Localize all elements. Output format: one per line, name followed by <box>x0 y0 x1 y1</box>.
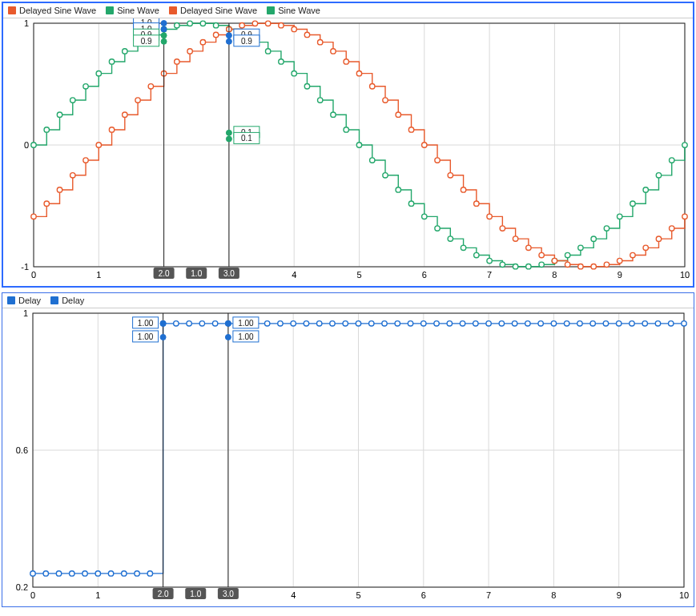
svg-text:0.9: 0.9 <box>241 37 252 46</box>
svg-point-31 <box>57 112 62 117</box>
svg-point-156 <box>226 38 231 44</box>
svg-text:9: 9 <box>617 590 622 600</box>
svg-point-194 <box>56 571 61 576</box>
svg-point-35 <box>109 59 114 64</box>
legend-item: Sine Wave <box>106 6 159 15</box>
svg-text:-1: -1 <box>21 262 29 272</box>
svg-point-87 <box>123 112 127 117</box>
svg-point-76 <box>643 187 648 192</box>
svg-point-118 <box>526 245 531 250</box>
legend: Delayed Sine Wave Sine Wave Delayed Sine… <box>3 3 693 18</box>
svg-text:0.1: 0.1 <box>241 134 252 143</box>
plot-axes[interactable]: 012345678910-1012.01.01.01.00.90.93.00.9… <box>3 18 693 286</box>
svg-point-141 <box>161 26 167 32</box>
plot-axes[interactable]: 0123456789100.20.612.01.01.001.003.01.00… <box>2 308 694 606</box>
svg-point-153 <box>226 33 231 38</box>
svg-point-101 <box>304 32 309 37</box>
svg-point-112 <box>448 173 453 178</box>
svg-point-162 <box>226 136 231 142</box>
svg-point-232 <box>551 321 556 326</box>
svg-text:2.0: 2.0 <box>158 590 169 598</box>
svg-text:1: 1 <box>95 590 100 600</box>
svg-text:8: 8 <box>551 590 556 600</box>
svg-point-144 <box>161 33 167 38</box>
svg-point-58 <box>408 201 413 206</box>
svg-point-88 <box>135 98 140 103</box>
legend-label: Sine Wave <box>117 6 159 15</box>
svg-point-92 <box>187 49 192 54</box>
svg-point-79 <box>682 143 687 147</box>
svg-text:7: 7 <box>486 590 491 600</box>
svg-text:1.00: 1.00 <box>138 332 154 341</box>
svg-point-241 <box>669 321 674 326</box>
svg-point-205 <box>199 321 204 326</box>
svg-point-236 <box>603 321 608 326</box>
svg-point-126 <box>630 252 635 257</box>
svg-point-211 <box>278 321 283 326</box>
svg-point-212 <box>291 321 296 326</box>
legend-label: Delayed Sine Wave <box>19 6 96 15</box>
svg-point-81 <box>44 201 49 206</box>
svg-point-123 <box>591 264 596 269</box>
svg-point-34 <box>96 70 101 75</box>
svg-point-130 <box>682 214 687 219</box>
svg-point-218 <box>369 321 374 326</box>
swatch-icon <box>50 296 58 304</box>
svg-point-53 <box>344 127 348 132</box>
svg-text:0.9: 0.9 <box>141 37 152 46</box>
svg-point-238 <box>630 321 634 326</box>
svg-point-206 <box>212 321 217 326</box>
svg-point-138 <box>161 21 167 26</box>
svg-point-114 <box>474 201 479 206</box>
svg-point-47 <box>265 49 270 54</box>
svg-point-259 <box>225 320 231 326</box>
svg-point-57 <box>396 187 400 192</box>
svg-point-235 <box>590 321 595 326</box>
svg-point-200 <box>135 571 139 576</box>
svg-text:0: 0 <box>31 270 36 280</box>
swatch-icon <box>169 6 177 14</box>
svg-point-42 <box>200 21 205 26</box>
svg-point-102 <box>318 39 323 44</box>
svg-point-111 <box>435 158 440 163</box>
svg-text:1: 1 <box>24 18 29 28</box>
svg-point-91 <box>175 59 179 64</box>
svg-point-60 <box>435 226 440 231</box>
svg-point-125 <box>618 258 622 263</box>
svg-point-51 <box>318 98 323 103</box>
svg-point-253 <box>160 334 166 340</box>
scope-panel-delay[interactable]: Delay Delay 0123456789100.20.612.01.01.0… <box>2 292 694 607</box>
svg-text:4: 4 <box>291 590 296 600</box>
legend-item: Delay <box>7 296 41 305</box>
svg-point-74 <box>618 214 622 219</box>
svg-point-67 <box>526 264 531 269</box>
svg-point-215 <box>330 321 335 326</box>
legend-label: Delay <box>18 296 41 305</box>
svg-point-219 <box>382 321 387 326</box>
svg-point-63 <box>474 252 479 257</box>
svg-point-54 <box>356 143 361 147</box>
svg-point-216 <box>343 321 348 326</box>
svg-text:0: 0 <box>30 590 35 600</box>
svg-text:1.00: 1.00 <box>138 319 154 328</box>
svg-point-68 <box>539 262 544 267</box>
legend: Delay Delay <box>2 293 694 308</box>
svg-point-147 <box>161 38 167 44</box>
svg-point-82 <box>57 187 62 192</box>
legend-item: Delayed Sine Wave <box>169 6 257 15</box>
svg-point-85 <box>96 143 101 147</box>
svg-point-213 <box>304 321 308 326</box>
svg-text:1.00: 1.00 <box>238 319 254 328</box>
svg-point-198 <box>108 571 113 576</box>
svg-point-48 <box>279 59 284 64</box>
svg-point-105 <box>356 70 361 75</box>
swatch-icon <box>106 6 114 14</box>
svg-point-62 <box>461 245 465 250</box>
svg-point-221 <box>408 321 412 326</box>
svg-point-229 <box>512 321 517 326</box>
svg-text:9: 9 <box>618 270 622 280</box>
svg-point-89 <box>148 84 153 89</box>
scope-panel-sine[interactable]: Delayed Sine Wave Sine Wave Delayed Sine… <box>2 2 694 288</box>
svg-text:0: 0 <box>24 140 29 150</box>
svg-point-109 <box>408 127 413 132</box>
